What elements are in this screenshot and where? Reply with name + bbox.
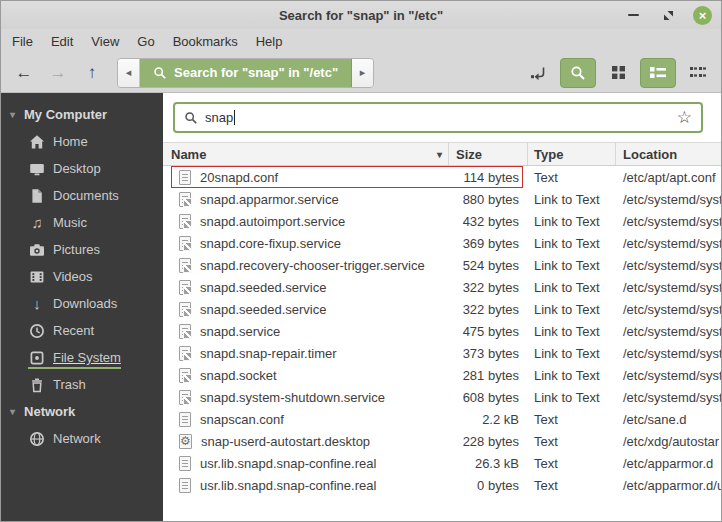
file-name-cell: snapd.apparmor.service [163,192,449,207]
close-icon: × [699,9,707,22]
file-location: /etc/apparmor.d/u [616,478,721,493]
breadcrumb-current-segment[interactable]: Search for "snap" in "/etc" [140,59,351,87]
edit-location-button[interactable] [525,60,551,86]
file-type: Link to Text [528,192,616,207]
file-name-cell: snapd.seeded.service [163,302,449,317]
file-location: /etc/apt/apt.conf [616,170,721,185]
file-size: 228 bytes [449,434,528,449]
sidebar-item-documents[interactable]: Documents [1,182,163,209]
menu-item[interactable]: Go [128,34,163,49]
list-view-button[interactable] [640,58,676,88]
file-name-cell: usr.lib.snapd.snap-confine.real [163,478,449,493]
sidebar-item-pictures[interactable]: Pictures [1,236,163,263]
table-header: Name ▾ Size Type Location [163,142,721,166]
file-manager-window: Search for "snap" in "/etc" × File Edit … [0,0,722,522]
table-row[interactable]: 20snapd.conf 114 bytes Text /etc/apt/apt… [163,166,721,188]
column-header-type[interactable]: Type [528,143,616,165]
titlebar[interactable]: Search for "snap" in "/etc" × [1,1,721,29]
table-row[interactable]: snapd.apparmor.service 880 bytes Link to… [163,188,721,210]
file-icon [179,434,192,449]
file-location: /etc/systemd/syste [616,236,721,251]
file-location: /etc/systemd/syste [616,258,721,273]
file-name-cell: usr.lib.snapd.snap-confine.real [163,456,449,471]
table-row[interactable]: snapd.recovery-chooser-trigger.service 5… [163,254,721,276]
download-arrow-icon: ↓ [29,296,45,312]
column-header-location[interactable]: Location [616,143,721,165]
table-row[interactable]: usr.lib.snapd.snap-confine.real 26.3 kB … [163,452,721,474]
breadcrumb-scroll-left-button[interactable]: ◂ [118,59,140,87]
table-row[interactable]: snapd.autoimport.service 432 bytes Link … [163,210,721,232]
menu-item[interactable]: View [82,34,128,49]
sidebar-item-label: Pictures [53,242,100,257]
table-row[interactable]: snap-userd-autostart.desktop 228 bytes T… [163,430,721,452]
table-row[interactable]: usr.lib.snapd.snap-confine.real 0 bytes … [163,474,721,496]
file-location: /etc/systemd/syste [616,302,721,317]
search-input[interactable]: snap ☆ [173,102,703,133]
file-name-cell: snapd.system-shutdown.service [163,390,449,405]
file-icon [179,236,191,251]
toggle-search-button[interactable] [560,58,596,88]
file-name: snapd.seeded.service [200,280,326,295]
close-button[interactable]: × [693,6,712,25]
file-size: 2.2 kB [449,412,528,427]
sidebar-item-network[interactable]: Network [1,425,163,452]
file-type: Text [528,434,616,449]
breadcrumb-scroll-right-button[interactable]: ▸ [351,59,373,87]
table-row[interactable]: snapd.core-fixup.service 369 bytes Link … [163,232,721,254]
icon-view-button[interactable] [605,60,631,86]
file-name-cell: snapd.autoimport.service [163,214,449,229]
sidebar-item-label: Documents [53,188,119,203]
up-button[interactable]: ↑ [79,59,105,87]
forward-icon: → [50,63,67,83]
file-name: snapd.snap-repair.timer [200,346,337,361]
table-row[interactable]: snapd.system-shutdown.service 608 bytes … [163,386,721,408]
chevron-down-icon[interactable]: ▾ [10,109,15,120]
sidebar-item-recent[interactable]: Recent [1,317,163,344]
sidebar-section-network[interactable]: ▾ Network [1,398,163,425]
search-query-text: snap [205,110,233,125]
chevron-down-icon[interactable]: ▾ [10,406,15,417]
minimize-button[interactable] [623,5,643,25]
column-header-size[interactable]: Size [449,143,528,165]
menu-item[interactable]: Help [247,34,292,49]
back-button[interactable]: ← [11,59,37,87]
sidebar-item-downloads[interactable]: ↓ Downloads [1,290,163,317]
menu-item[interactable]: Edit [42,34,82,49]
sidebar-item-videos[interactable]: Videos [1,263,163,290]
file-name: snapd.recovery-chooser-trigger.service [200,258,425,273]
compact-view-icon [690,66,706,79]
search-bar: snap ☆ [163,93,721,142]
sidebar-item-home[interactable]: Home [1,128,163,155]
file-name-cell: snapscan.conf [163,412,449,427]
menu-item[interactable]: Bookmarks [164,34,247,49]
table-row[interactable]: snapd.seeded.service 322 bytes Link to T… [163,276,721,298]
compact-view-button[interactable] [685,60,711,86]
file-icon [179,192,191,207]
table-row[interactable]: snapd.seeded.service 322 bytes Link to T… [163,298,721,320]
table-row[interactable]: snapd.socket 281 bytes Link to Text /etc… [163,364,721,386]
table-row[interactable]: snapd.service 475 bytes Link to Text /et… [163,320,721,342]
sidebar-section-my-computer[interactable]: ▾ My Computer [1,101,163,128]
table-row[interactable]: snapscan.conf 2.2 kB Text /etc/sane.d [163,408,721,430]
column-header-name[interactable]: Name ▾ [163,143,449,165]
file-name-cell: snapd.service [163,324,449,339]
file-type: Text [528,412,616,427]
file-list: 20snapd.conf 114 bytes Text /etc/apt/apt… [163,166,721,521]
file-name: snapd.autoimport.service [200,214,345,229]
column-label: Size [456,147,482,162]
save-search-star-icon[interactable]: ☆ [677,109,692,126]
sidebar-item-file-system[interactable]: File System [1,344,163,371]
forward-button[interactable]: → [45,59,71,87]
list-view-icon [650,66,666,79]
restore-button[interactable] [658,5,678,25]
sidebar-item-music[interactable]: ♫ Music [1,209,163,236]
sidebar-item-desktop[interactable]: Desktop [1,155,163,182]
app-body: ▾ My Computer Home Desktop Documents ♫ M… [1,93,721,521]
breadcrumb: ◂ Search for "snap" in "/etc" ▸ [117,58,374,88]
file-type: Link to Text [528,280,616,295]
menu-item[interactable]: File [3,34,42,49]
file-type: Text [528,456,616,471]
sidebar-item-trash[interactable]: Trash [1,371,163,398]
file-location: /etc/systemd/syste [616,324,721,339]
table-row[interactable]: snapd.snap-repair.timer 373 bytes Link t… [163,342,721,364]
